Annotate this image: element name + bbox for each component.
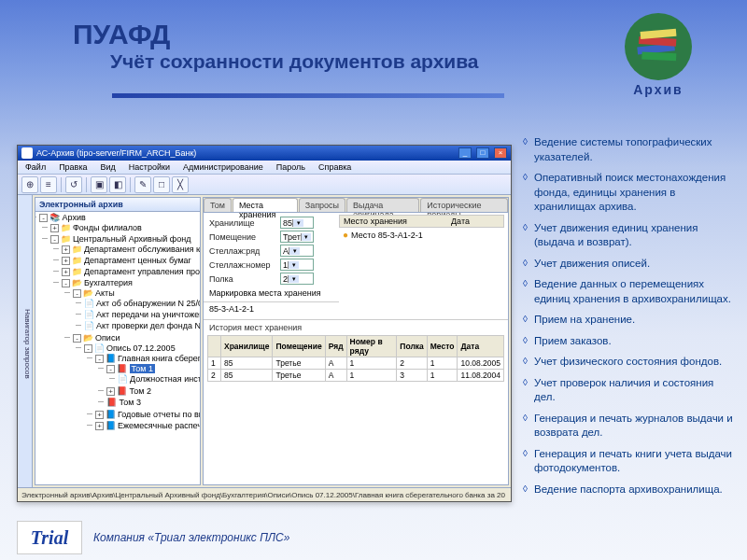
- menu-password[interactable]: Пароль: [275, 161, 307, 173]
- list-item-label: Место 85-3-A1-2-1: [351, 231, 423, 240]
- tree-leaf[interactable]: 📄Должностная инструкция Главного бухгалт…: [118, 373, 200, 385]
- company-name: Компания «Триал электроникс ПЛС»: [93, 531, 289, 544]
- col-date[interactable]: Дата: [447, 216, 503, 227]
- close-button[interactable]: ×: [494, 147, 507, 159]
- list-item: Прием заказов.: [523, 334, 738, 349]
- menu-admin[interactable]: Администрирование: [181, 161, 265, 173]
- detail-top: Хранилище 85▾ Помещение Трет▾ Стеллаж:ря…: [204, 213, 508, 302]
- tree-leaf[interactable]: 📕 Том 3: [106, 397, 200, 408]
- archive-logo: Архив: [616, 9, 700, 121]
- tb-btn-7[interactable]: □: [153, 176, 170, 193]
- tree-leaf[interactable]: +📘Годовые отчеты по выплатам налогов в б…: [95, 409, 200, 420]
- table-row[interactable]: 285 ТретьеА 13 111.08.2004: [208, 370, 504, 382]
- title-rule: [112, 93, 504, 98]
- pin-icon: ●: [343, 230, 348, 240]
- archive-tree[interactable]: Электронный архив -📚 Архив +📁Фонды филиа…: [35, 197, 201, 485]
- tb-btn-4[interactable]: ▣: [91, 176, 107, 193]
- list-header: Место хранения Дата: [339, 215, 504, 228]
- side-tab-nav[interactable]: Навигатор запросов: [18, 195, 33, 487]
- tb-btn-1[interactable]: ⊕: [21, 176, 38, 193]
- tree-node[interactable]: +📁Департамент ценных бумаг: [62, 255, 200, 266]
- tab-tom[interactable]: Том: [204, 198, 232, 212]
- maximize-button[interactable]: □: [476, 147, 489, 159]
- tab-history[interactable]: Исторические периоды: [420, 198, 508, 212]
- tree-leaf[interactable]: +📘Ежемесячные распечатки по лицевому счё…: [95, 420, 200, 431]
- tab-issue[interactable]: Выдача оригинала: [346, 198, 419, 212]
- tb-btn-6[interactable]: ✎: [134, 176, 151, 193]
- list-item: Генерация и печать журналов выдачи и воз…: [523, 412, 738, 441]
- chevron-down-icon[interactable]: ▾: [292, 219, 303, 227]
- inp-nom[interactable]: 1▾: [280, 259, 314, 271]
- lab-pom: Помещение: [209, 232, 276, 242]
- menu-settings[interactable]: Настройки: [127, 161, 172, 173]
- menu-help[interactable]: Справка: [317, 161, 353, 173]
- tree-node[interactable]: -📄Опись 07.12.2005 -📘Главная книга сбере…: [84, 343, 200, 432]
- books-icon: [621, 9, 696, 84]
- menu-bar: Файл Правка Вид Настройки Администрирова…: [18, 161, 511, 175]
- sidetab-label: Навигатор запросов: [23, 201, 32, 487]
- tb-btn-2[interactable]: ≡: [40, 176, 57, 193]
- minimize-button[interactable]: _: [458, 147, 472, 159]
- tree-node[interactable]: +📁Департамент управления проектами: [62, 266, 200, 277]
- table-row[interactable]: 185 ТретьеА 12 110.08.2005: [208, 357, 504, 370]
- table-header: ХранилищеПомещение РядНомер в ряду Полка…: [208, 336, 504, 357]
- tree-node[interactable]: -📁Центральный Архивный фонд +📁Департамен…: [50, 233, 200, 435]
- chevron-down-icon[interactable]: ▾: [301, 233, 311, 241]
- list-item: Ведение данных о перемещениях единиц хра…: [523, 277, 738, 306]
- logo-caption: Архив: [616, 82, 700, 97]
- chevron-down-icon[interactable]: ▾: [289, 247, 300, 255]
- list-item: Оперативный поиск местонахождения фонда,…: [523, 171, 738, 215]
- toolbar: ⊕ ≡ ↺ ▣ ◧ ✎ □ ╳: [18, 175, 511, 195]
- tree-node[interactable]: +📁Фонды филиалов: [50, 222, 200, 233]
- tb-sep: [86, 177, 87, 192]
- chevron-down-icon[interactable]: ▾: [288, 261, 299, 269]
- storage-list: Место хранения Дата ● Место 85-3-A1-2-1: [339, 215, 504, 302]
- list-item: Прием на хранение.: [523, 313, 738, 328]
- tab-storage[interactable]: Места хранения: [233, 198, 298, 212]
- list-item: Ведение системы топографических указател…: [523, 135, 738, 164]
- tree-leaf[interactable]: +📕 Том 2: [106, 385, 200, 397]
- window-titlebar[interactable]: АС-Архив (tipo-server/FIRM_ARCH_Банк) _ …: [18, 146, 511, 161]
- tree-leaf[interactable]: 📄Акт об обнаружении N 25/08-01 от 25.08.…: [84, 298, 200, 309]
- menu-view[interactable]: Вид: [99, 161, 118, 173]
- inp-ryad[interactable]: A▾: [280, 245, 314, 257]
- tree-leaf[interactable]: 📄Акт передачи на уничтожение N 22/08-01 …: [84, 309, 200, 320]
- title-sub: Учёт сохранности документов архива: [110, 50, 479, 73]
- tree-node[interactable]: -📂Бухгалтерия -📂Акты 📄Акт об обнаружении…: [62, 277, 200, 434]
- tree-node-selected[interactable]: -📕 Том 1 📄Должностная инструкция Главног…: [106, 363, 200, 385]
- chevron-down-icon[interactable]: ▾: [288, 275, 299, 283]
- lab-ryad: Стеллаж:ряд: [209, 246, 276, 256]
- list-item: Учет движения единиц хранения (выдача и …: [523, 221, 738, 250]
- tree-leaf[interactable]: 📄Акт проверки дел фонда N 24-08/01 от 24…: [84, 320, 200, 331]
- inp-hran[interactable]: 85▾: [280, 217, 314, 229]
- title-main: ПУАФД: [73, 19, 479, 50]
- tree-node[interactable]: +📁Департамент обслуживания юридических л…: [62, 244, 200, 255]
- tree-node[interactable]: -📘Главная книга сберегательного банка за…: [95, 353, 200, 409]
- menu-edit[interactable]: Правка: [57, 161, 89, 173]
- tb-btn-5[interactable]: ◧: [109, 176, 126, 193]
- app-window: АС-Архив (tipo-server/FIRM_ARCH_Банк) _ …: [17, 145, 512, 502]
- window-title: АС-Архив (tipo-server/FIRM_ARCH_Банк): [36, 148, 454, 158]
- inp-pom[interactable]: Трет▾: [280, 231, 314, 243]
- detail-panel: Том Места хранения Запросы Выдача оригин…: [203, 197, 509, 485]
- tree-node[interactable]: -📂Описи -📄Опись 07.12.2005 -📘Главная кни…: [73, 332, 200, 433]
- lab-polka: Полка: [209, 274, 276, 284]
- inp-polka[interactable]: 2▾: [280, 273, 314, 285]
- list-item: Генерация и печать книги учета выдачи фо…: [523, 447, 738, 476]
- slide-title: ПУАФД Учёт сохранности документов архива: [73, 19, 479, 73]
- lab-mark: Маркировка места хранения: [209, 288, 321, 298]
- menu-file[interactable]: Файл: [23, 161, 48, 173]
- tb-sep: [130, 177, 131, 192]
- col-mesto[interactable]: Место хранения: [340, 216, 447, 227]
- tree-node-root[interactable]: -📚 Архив +📁Фонды филиалов -📁Центральный …: [39, 212, 200, 436]
- work-area: Навигатор запросов Электронный архив -📚 …: [18, 195, 511, 487]
- tree-node[interactable]: -📂Акты 📄Акт об обнаружении N 25/08-01 от…: [73, 287, 200, 332]
- tab-requests[interactable]: Запросы: [299, 198, 345, 212]
- tb-btn-3[interactable]: ↺: [65, 176, 82, 193]
- list-item[interactable]: ● Место 85-3-A1-2-1: [339, 228, 504, 242]
- list-item: Учет движения описей.: [523, 257, 738, 272]
- list-item: Ведение паспорта архивохранилища.: [523, 483, 738, 497]
- history-table[interactable]: ХранилищеПомещение РядНомер в ряду Полка…: [207, 335, 504, 382]
- status-bar: Электронный архив\Архив\Центральный Архи…: [18, 487, 511, 501]
- tb-btn-8[interactable]: ╳: [172, 176, 189, 193]
